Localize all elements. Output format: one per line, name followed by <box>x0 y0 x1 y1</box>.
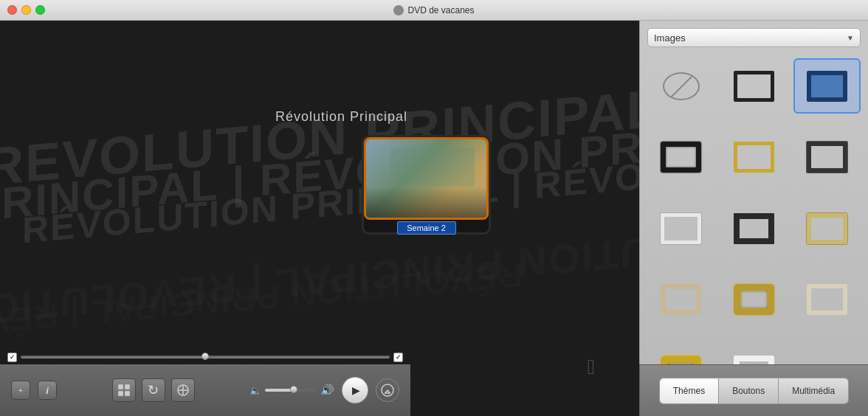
progress-end-checkbox[interactable]: ✓ <box>393 353 403 362</box>
title-label: DVD de vacanes <box>407 5 474 15</box>
rotate-button[interactable]: ↻ <box>142 378 165 402</box>
frames-grid <box>640 55 868 416</box>
frame-dark-wide[interactable] <box>720 201 788 256</box>
airplay-button[interactable] <box>376 378 399 402</box>
main-title: Révolution Principal <box>275 109 407 125</box>
center-controls: ↻ <box>64 378 242 402</box>
frame-wood[interactable] <box>793 201 861 256</box>
frame-wood-visual <box>807 213 847 244</box>
frame-ornate-gold-visual <box>734 284 774 315</box>
info-button[interactable]: i <box>38 381 57 400</box>
frame-cream[interactable] <box>793 272 861 327</box>
dvd-icon <box>393 5 404 15</box>
bottom-controls: + i ↻ <box>0 364 410 416</box>
rotate-icon: ↻ <box>148 382 159 398</box>
svg-rect-2 <box>118 391 123 396</box>
frame-black-thin-visual <box>734 71 774 102</box>
progress-thumb[interactable] <box>202 353 209 360</box>
frame-black-mat[interactable] <box>793 130 861 185</box>
chevron-down-icon: ▼ <box>847 34 854 42</box>
maximize-button[interactable] <box>35 5 45 15</box>
volume-thumb[interactable] <box>290 386 297 393</box>
bottom-tab-bar: Thèmes Boutons Multimédia <box>639 364 868 416</box>
volume-track[interactable] <box>265 389 317 392</box>
frame-none-visual <box>663 72 700 100</box>
tab-multimedia[interactable]: Multimédia <box>779 378 849 404</box>
svg-rect-0 <box>118 384 123 389</box>
move-icon <box>176 384 190 397</box>
volume-low-icon: 🔈 <box>249 385 261 396</box>
frame-black-mat-visual <box>807 142 847 173</box>
grid-icon <box>117 384 131 397</box>
tab-boutons[interactable]: Boutons <box>718 378 779 404</box>
frame-tan[interactable] <box>647 272 714 327</box>
dropdown-label: Images <box>654 32 686 44</box>
thumbnail-orange-frame <box>364 137 489 220</box>
apple-logo:  <box>588 356 595 379</box>
frame-blue-selected[interactable] <box>793 58 861 114</box>
play-icon: ▶ <box>352 384 360 396</box>
minimize-button[interactable] <box>21 5 31 15</box>
progress-start-checkbox[interactable]: ✓ <box>7 353 17 362</box>
thumbnail-label[interactable]: Semaine 2 <box>397 221 456 235</box>
window-title: DVD de vacanes <box>393 5 474 15</box>
frame-none[interactable] <box>647 58 714 114</box>
frame-black-thin[interactable] <box>720 58 788 114</box>
thumbnail-image <box>366 139 486 218</box>
progress-bar-area: ✓ ✓ <box>0 350 410 364</box>
volume-area: 🔈 🔊 <box>249 384 334 397</box>
frame-ornate-black-visual <box>661 142 701 173</box>
right-panel: Images ▼ <box>639 21 868 416</box>
add-button[interactable]: + <box>11 381 30 400</box>
window-controls <box>7 5 45 15</box>
images-dropdown[interactable]: Images ▼ <box>647 28 861 47</box>
frame-cream-visual <box>807 284 847 315</box>
frame-white-thin-visual <box>661 213 701 244</box>
volume-high-icon: 🔊 <box>320 384 334 397</box>
frame-tan-visual <box>661 284 701 315</box>
close-button[interactable] <box>7 5 17 15</box>
svg-rect-1 <box>125 384 130 389</box>
move-button[interactable] <box>171 378 195 402</box>
preview-area: REVOLUTION PRINCIPAL | RÉVOLUTION PRINCI… <box>0 21 639 416</box>
frame-dark-wide-visual <box>734 213 774 244</box>
tab-themes[interactable]: Thèmes <box>659 378 718 404</box>
grid-button[interactable] <box>112 378 136 402</box>
frame-white-thin[interactable] <box>647 201 714 256</box>
progress-track[interactable] <box>21 356 390 358</box>
svg-rect-3 <box>125 391 130 396</box>
frame-blue-visual <box>807 71 847 102</box>
thumbnail-container[interactable]: Semaine 2 <box>362 135 491 235</box>
main-area: REVOLUTION PRINCIPAL | RÉVOLUTION PRINCI… <box>0 21 868 416</box>
add-icon: + <box>18 386 23 395</box>
play-button[interactable]: ▶ <box>342 377 368 403</box>
info-icon: i <box>46 385 49 396</box>
title-bar: DVD de vacanes <box>0 0 868 21</box>
frame-gold-thin-visual <box>734 142 774 173</box>
airplay-icon <box>380 383 395 398</box>
frame-gold-thin[interactable] <box>720 130 788 185</box>
frame-ornate-black[interactable] <box>647 130 714 185</box>
frame-ornate-gold[interactable] <box>720 272 788 327</box>
